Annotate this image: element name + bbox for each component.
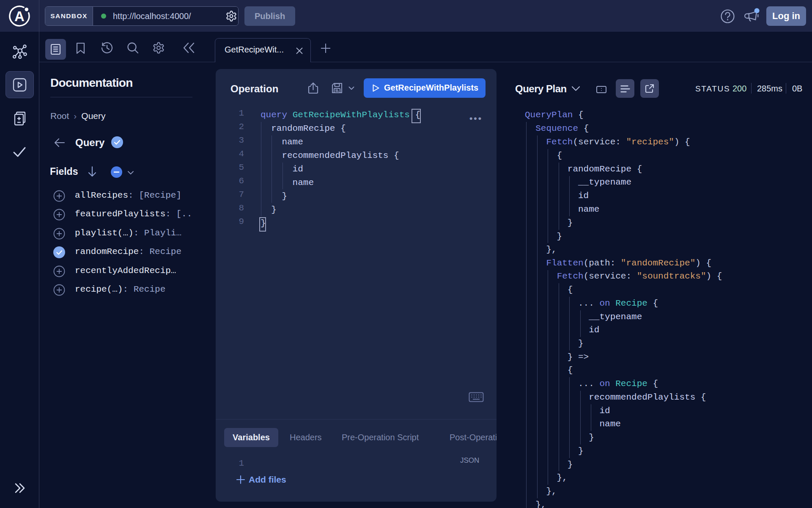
svg-text:A: A — [14, 8, 25, 24]
